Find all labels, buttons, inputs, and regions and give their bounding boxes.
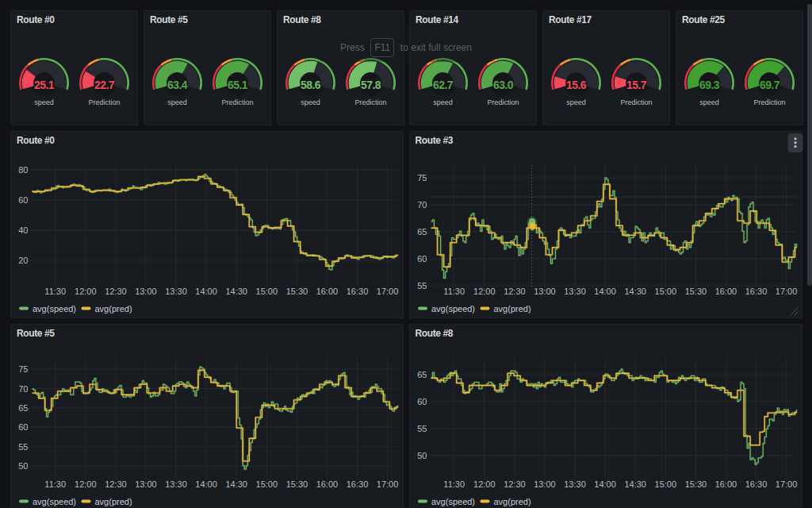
svg-text:speed: speed: [34, 98, 54, 106]
svg-text:14:30: 14:30: [225, 287, 247, 296]
svg-text:65.1: 65.1: [228, 79, 248, 91]
svg-text:75: 75: [417, 173, 427, 183]
svg-text:15:00: 15:00: [654, 479, 676, 489]
svg-text:Prediction: Prediction: [487, 98, 519, 106]
svg-text:15:30: 15:30: [286, 287, 308, 296]
svg-text:63.0: 63.0: [493, 79, 514, 91]
svg-text:55: 55: [417, 281, 427, 291]
svg-text:13:00: 13:00: [534, 479, 556, 489]
svg-text:avg(speed): avg(speed): [431, 304, 475, 314]
svg-text:40: 40: [18, 225, 28, 235]
svg-text:14:00: 14:00: [594, 479, 616, 489]
svg-text:16:00: 16:00: [714, 287, 737, 296]
svg-text:75: 75: [18, 364, 28, 374]
svg-text:65: 65: [417, 227, 427, 237]
svg-text:12:30: 12:30: [105, 479, 127, 489]
svg-text:15:30: 15:30: [684, 479, 707, 489]
svg-text:13:00: 13:00: [135, 287, 157, 296]
svg-text:12:30: 12:30: [504, 287, 526, 296]
svg-text:57.8: 57.8: [361, 79, 381, 91]
svg-text:20: 20: [18, 256, 28, 265]
svg-text:Prediction: Prediction: [88, 98, 120, 106]
svg-text:avg(speed): avg(speed): [33, 304, 76, 314]
svg-text:Prediction: Prediction: [753, 98, 785, 106]
svg-text:25.1: 25.1: [34, 79, 55, 91]
svg-text:13:30: 13:30: [564, 479, 586, 489]
svg-text:70: 70: [18, 384, 28, 394]
svg-text:13:00: 13:00: [135, 479, 157, 489]
svg-text:60: 60: [18, 422, 28, 432]
svg-text:17:00: 17:00: [775, 287, 797, 296]
svg-text:11:30: 11:30: [44, 287, 66, 296]
svg-text:50: 50: [417, 451, 427, 460]
svg-text:15:00: 15:00: [256, 287, 278, 296]
svg-text:speed: speed: [566, 98, 586, 106]
svg-text:16:30: 16:30: [745, 287, 767, 296]
svg-text:15:30: 15:30: [286, 479, 308, 489]
svg-text:13:00: 13:00: [534, 287, 556, 296]
svg-text:12:30: 12:30: [105, 287, 127, 296]
svg-text:63.4: 63.4: [167, 79, 188, 91]
svg-text:14:30: 14:30: [225, 479, 247, 489]
svg-text:Prediction: Prediction: [620, 98, 652, 106]
svg-text:58.6: 58.6: [301, 79, 321, 91]
svg-text:12:00: 12:00: [75, 479, 97, 489]
svg-text:avg(pred): avg(pred): [95, 497, 132, 506]
svg-text:12:00: 12:00: [473, 479, 496, 489]
svg-text:55: 55: [417, 424, 427, 433]
svg-text:13:30: 13:30: [564, 287, 586, 296]
svg-text:65: 65: [18, 403, 28, 413]
svg-text:65: 65: [417, 370, 427, 379]
svg-text:12:00: 12:00: [473, 287, 496, 296]
svg-text:13:30: 13:30: [165, 287, 187, 296]
svg-text:avg(pred): avg(pred): [493, 497, 530, 506]
svg-text:14:00: 14:00: [195, 479, 217, 489]
svg-text:avg(speed): avg(speed): [431, 497, 475, 506]
svg-text:speed: speed: [167, 98, 187, 106]
svg-text:14:00: 14:00: [594, 287, 616, 296]
svg-text:avg(speed): avg(speed): [33, 497, 76, 506]
svg-text:17:00: 17:00: [377, 479, 399, 489]
svg-text:15:00: 15:00: [654, 287, 676, 296]
svg-text:11:30: 11:30: [44, 479, 66, 489]
svg-text:16:30: 16:30: [745, 479, 767, 489]
svg-text:avg(pred): avg(pred): [493, 304, 530, 314]
svg-text:22.7: 22.7: [94, 79, 115, 91]
svg-text:avg(pred): avg(pred): [95, 304, 132, 314]
svg-text:11:30: 11:30: [443, 479, 465, 489]
svg-text:60: 60: [417, 254, 427, 264]
svg-text:60: 60: [18, 195, 28, 205]
svg-text:50: 50: [18, 461, 28, 471]
svg-text:14:30: 14:30: [624, 479, 646, 489]
svg-text:80: 80: [18, 165, 28, 175]
svg-text:11:30: 11:30: [443, 287, 465, 296]
svg-text:16:00: 16:00: [714, 479, 737, 489]
svg-text:12:30: 12:30: [504, 479, 526, 489]
svg-text:15.7: 15.7: [626, 79, 647, 91]
svg-text:Prediction: Prediction: [221, 98, 253, 106]
svg-text:62.7: 62.7: [433, 79, 454, 91]
svg-text:speed: speed: [699, 98, 719, 106]
svg-text:16:00: 16:00: [316, 287, 339, 296]
svg-text:16:30: 16:30: [347, 479, 369, 489]
svg-text:55: 55: [18, 442, 28, 452]
svg-text:60: 60: [417, 397, 427, 406]
svg-text:14:30: 14:30: [624, 287, 646, 296]
svg-text:16:30: 16:30: [347, 287, 369, 296]
svg-text:70: 70: [417, 200, 427, 210]
svg-text:17:00: 17:00: [377, 287, 399, 296]
svg-text:speed: speed: [301, 98, 320, 106]
svg-text:16:00: 16:00: [316, 479, 339, 489]
svg-text:15:00: 15:00: [256, 479, 278, 489]
svg-text:13:30: 13:30: [165, 479, 187, 489]
svg-text:15:30: 15:30: [684, 287, 707, 296]
svg-text:17:00: 17:00: [775, 479, 797, 489]
svg-text:14:00: 14:00: [195, 287, 217, 296]
svg-text:speed: speed: [433, 98, 453, 106]
svg-text:12:00: 12:00: [75, 287, 97, 296]
svg-text:15.6: 15.6: [566, 79, 587, 91]
svg-text:69.3: 69.3: [699, 79, 720, 91]
svg-text:69.7: 69.7: [760, 79, 780, 91]
svg-text:Prediction: Prediction: [354, 98, 386, 106]
